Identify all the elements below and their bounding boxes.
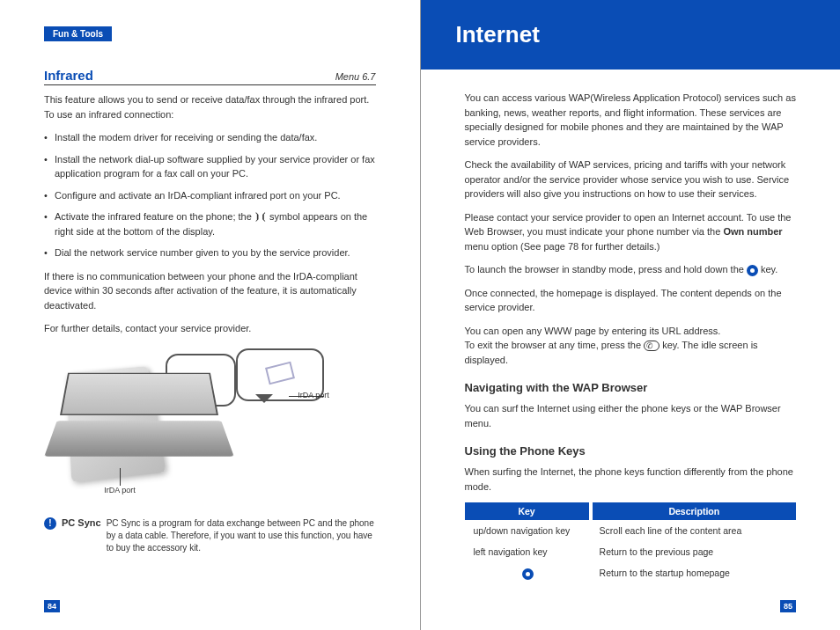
text-run: menu option (See page 78 for further det… [465,241,660,252]
intro-paragraph: This feature allows you to send or recei… [44,92,376,121]
cell-key: left navigation key [465,541,591,562]
table-row: Return to the startup homepage [465,562,797,585]
cell-key [465,562,591,585]
col-description: Description [591,502,796,520]
text-run: To exit the browser at any time, press t… [465,340,645,350]
left-page: Fun & Tools Infrared Menu 6.7 This featu… [0,0,420,630]
cell-key: up/down navigation key [465,520,591,541]
subheading: Using the Phone Keys [465,444,797,458]
list-item: Dial the network service number given to… [44,245,376,260]
menu-reference: Menu 6.7 [335,71,376,82]
body-paragraph: Check the availability of WAP services, … [465,158,797,201]
pcsync-text: PC Sync is a program for data exchange b… [107,517,376,554]
end-key-icon [644,341,659,351]
info-icon: ! [44,517,56,530]
text-run: To launch the browser in standby mode, p… [465,264,747,275]
figure-label: IrDA port [104,486,136,494]
right-page: Internet You can access various WAP(Wire… [421,0,841,630]
note-paragraph: For further details, contact your servic… [44,321,376,336]
body-paragraph: You can surf the Internet using either t… [465,401,797,430]
text-run: key. [758,264,777,275]
section-title: Infrared [44,68,93,83]
chapter-title: Internet [456,21,806,48]
table-row: up/down navigation key Scroll each line … [465,520,797,541]
body-paragraph: Please contact your service provider to … [465,210,797,254]
cell-desc: Scroll each line of the content area [591,520,796,541]
text-run: You can open any WWW page by entering it… [465,326,721,336]
table-row: left navigation key Return to the previo… [465,541,797,562]
bullet-list: Install the modem driver for receiving o… [44,130,376,260]
section-header: Infrared Menu 6.7 [44,68,376,85]
note-paragraph: If there is no communication between you… [44,269,376,313]
section-tab: Fun & Tools [44,26,112,41]
cell-desc: Return to the startup homepage [591,562,796,585]
page-number: 85 [780,600,796,612]
table-header-row: Key Description [465,502,797,520]
chapter-header: Internet [421,0,841,70]
list-item: Configure and activate an IrDA-compliant… [44,188,376,203]
own-number-label: Own number [723,226,782,237]
body-paragraph: To launch the browser in standby mode, p… [465,262,797,277]
irda-figure: ››› IrDA port IrDA port [51,354,368,503]
list-item: Activate the infrared feature on the pho… [44,209,376,238]
page-spread: Fun & Tools Infrared Menu 6.7 This featu… [0,0,840,630]
body-paragraph: Once connected, the homepage is displaye… [465,286,797,315]
figure-label: IrDA port [298,391,329,399]
body-paragraph: You can access various WAP(Wireless Appl… [465,91,797,149]
key-table: Key Description up/down navigation key S… [465,502,797,585]
pcsync-note: ! PC Sync PC Sync is a program for data … [44,517,376,554]
col-key: Key [465,502,591,520]
page-number: 84 [44,600,60,612]
list-item: Install the network dial-up software sup… [44,152,376,181]
body-paragraph: When surfing the Internet, the phone key… [465,465,797,494]
pcsync-title: PC Sync [62,517,101,528]
list-item: Install the modem driver for receiving o… [44,130,376,145]
body-paragraph: You can open any WWW page by entering it… [465,324,797,368]
ok-key-icon [522,568,534,580]
ok-key-icon [747,265,758,276]
cell-desc: Return to the previous page [591,541,796,562]
subheading: Navigating with the WAP Browser [465,381,797,394]
